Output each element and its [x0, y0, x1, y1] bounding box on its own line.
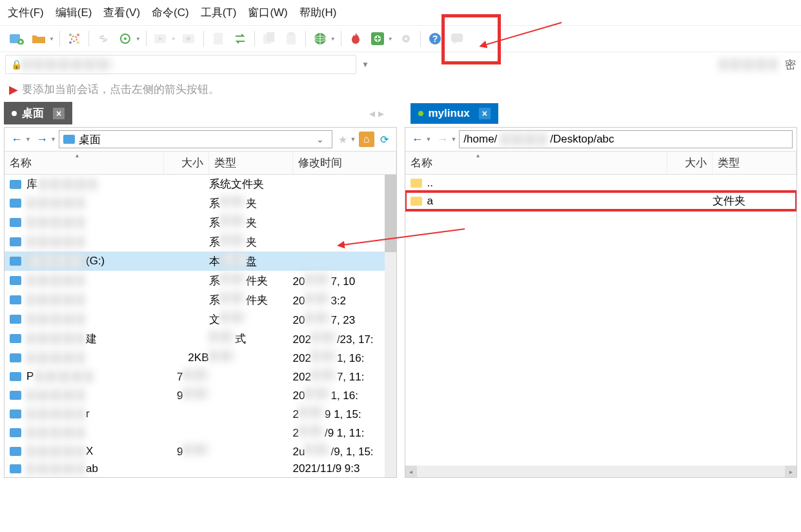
redacted [26, 313, 85, 325]
svg-rect-16 [289, 32, 294, 35]
tab-local-label: 桌面 [22, 106, 44, 121]
redacted [220, 215, 246, 226]
scroll-left-icon[interactable]: ◂ [405, 466, 417, 477]
remote-path-input[interactable]: /home//Desktop/abc [459, 130, 793, 148]
svg-point-4 [77, 34, 79, 36]
file-row[interactable]: 系件夹 207, 10 [5, 271, 396, 290]
forward-button[interactable]: → [34, 132, 50, 147]
menu-tools[interactable]: 工具(T) [201, 5, 237, 20]
play-icon[interactable] [152, 30, 170, 48]
file-row[interactable]: 文 207, 23 [5, 310, 396, 329]
folder-icon [63, 135, 75, 144]
globe-icon[interactable] [311, 30, 329, 48]
link-icon[interactable] [94, 30, 112, 48]
file-icon [8, 217, 23, 228]
new-session-icon[interactable] [8, 30, 26, 48]
column-size[interactable]: 大小 [667, 152, 713, 174]
chat-icon[interactable] [448, 30, 466, 48]
remote-pane-toolbar: ←▼ →▼ /home//Desktop/abc [405, 128, 797, 152]
file-row[interactable]: 系夹 [5, 232, 396, 251]
globe-dropdown-icon[interactable]: ▼ [330, 36, 336, 42]
tab-nav-arrows[interactable]: ◂ ▸ [369, 106, 390, 121]
redacted [305, 388, 330, 399]
forward-history-icon[interactable]: ▼ [50, 136, 56, 143]
gear-icon[interactable] [397, 30, 415, 48]
column-date[interactable]: 修改时间 [293, 152, 396, 174]
scrollbar-thumb[interactable] [385, 175, 396, 252]
paste-icon[interactable] [282, 30, 300, 48]
back-button[interactable]: ← [8, 132, 25, 147]
transfer-icon[interactable] [231, 30, 249, 48]
file-row[interactable]: .. [405, 175, 797, 192]
refresh-button[interactable]: ⟳ [377, 132, 392, 147]
file-row[interactable]: ab 2021/11/9 9:3 [5, 460, 396, 477]
bookmark-dropdown-icon[interactable]: ▼ [350, 136, 356, 143]
settings-icon[interactable] [116, 30, 134, 48]
chevron-down-icon[interactable]: ⌄ [316, 134, 324, 144]
fire-icon[interactable] [347, 30, 365, 48]
bookmark-button[interactable]: ★ [335, 132, 350, 147]
host-input[interactable]: 🔒 [5, 55, 356, 74]
tab-close-icon[interactable]: × [479, 108, 491, 119]
back-history-icon[interactable]: ▼ [426, 136, 432, 143]
horizontal-scrollbar[interactable]: ◂ ▸ [405, 466, 797, 477]
reconnect-icon[interactable] [65, 30, 83, 48]
copy-icon[interactable] [260, 30, 278, 48]
tab-close-icon[interactable]: × [53, 108, 65, 119]
file-row[interactable]: 库 系统文件夹 [5, 175, 396, 193]
xftp-dropdown-icon[interactable]: ▼ [388, 36, 393, 42]
svg-point-8 [124, 37, 127, 40]
menu-help[interactable]: 帮助(H) [299, 5, 337, 20]
scrollbar[interactable] [385, 175, 396, 477]
file-row[interactable]: P 7 2027, 11: [5, 367, 396, 386]
file-row[interactable]: 系夹 [5, 213, 396, 232]
play-dropdown-icon[interactable]: ▼ [171, 36, 176, 42]
record-icon[interactable] [180, 30, 198, 48]
local-file-list[interactable]: 库 系统文件夹 系夹 系夹 系夹 (G:) 本盘 系件夹 207, 10 系件夹… [5, 175, 396, 477]
menu-view[interactable]: 查看(V) [103, 5, 140, 20]
column-name[interactable]: 名称▴ [5, 152, 164, 174]
scroll-right-icon[interactable]: ▸ [785, 466, 796, 477]
open-dropdown-icon[interactable]: ▼ [49, 36, 54, 42]
remote-file-header: 名称▴ 大小 类型 [405, 152, 797, 175]
back-button[interactable]: ← [409, 132, 426, 147]
address-bar: 🔒 ▼ 密 [0, 52, 801, 77]
file-row[interactable]: (G:) 本盘 [5, 251, 396, 271]
host-dropdown-icon[interactable]: ▼ [361, 60, 369, 69]
local-path-input[interactable]: 桌面 ⌄ [59, 130, 332, 148]
help-icon[interactable]: ? [426, 30, 444, 48]
remote-file-list[interactable]: .. a 文件夹 [405, 175, 797, 466]
tab-local-desktop[interactable]: 桌面 × [4, 102, 72, 124]
settings-dropdown-icon[interactable]: ▼ [136, 36, 141, 42]
menu-window[interactable]: 窗口(W) [248, 5, 287, 20]
redacted [26, 427, 85, 438]
file-row[interactable]: X 9 2u/9, 1, 15: [5, 442, 396, 460]
file-row[interactable]: a 文件夹 [405, 192, 797, 210]
menu-file[interactable]: 文件(F) [8, 5, 44, 20]
home-button[interactable]: ⌂ [359, 132, 374, 147]
forward-history-icon[interactable]: ▼ [451, 136, 456, 143]
file-row[interactable]: 建 式 202/23, 17: [5, 329, 396, 348]
file-row[interactable]: 系件夹 203:2 [5, 290, 396, 310]
tab-status-dot [418, 111, 423, 116]
tab-status-dot [12, 111, 17, 116]
menu-edit[interactable]: 编辑(E) [56, 5, 92, 20]
xftp-icon[interactable] [369, 30, 387, 48]
doc-icon[interactable] [209, 30, 227, 48]
file-row[interactable]: 2/9 1, 11: [5, 423, 396, 442]
file-row[interactable]: 2KB 2021, 16: [5, 348, 396, 367]
file-row[interactable]: r 29 1, 15: [5, 404, 396, 423]
forward-button[interactable]: → [434, 132, 451, 147]
tab-remote-mylinux[interactable]: mylinux × [411, 103, 498, 124]
column-name[interactable]: 名称▴ [405, 152, 668, 174]
menu-command[interactable]: 命令(C) [152, 5, 189, 20]
column-size[interactable]: 大小 [164, 152, 209, 174]
redacted [305, 293, 330, 304]
file-row[interactable]: 9 201, 16: [5, 386, 396, 404]
redacted [311, 369, 337, 380]
back-history-icon[interactable]: ▼ [25, 136, 31, 143]
column-type[interactable]: 类型 [713, 152, 796, 174]
file-row[interactable]: 系夹 [5, 193, 396, 213]
column-type[interactable]: 类型 [209, 152, 293, 174]
open-icon[interactable] [30, 30, 48, 48]
